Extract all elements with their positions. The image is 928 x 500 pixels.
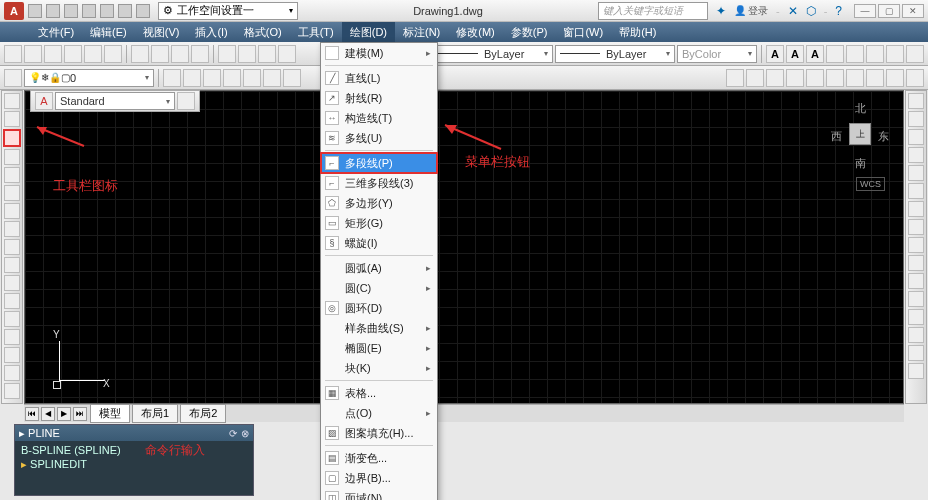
tb2-icon[interactable]: [746, 69, 764, 87]
exchange-icon[interactable]: ✕: [788, 4, 798, 18]
wcs-badge[interactable]: WCS: [856, 177, 885, 191]
line-icon[interactable]: [4, 93, 20, 109]
layer-combo[interactable]: 💡❄🔒▢ 0: [24, 69, 154, 87]
dropdown-item[interactable]: ▤渐变色...: [321, 448, 437, 468]
dropdown-item[interactable]: ◎圆环(D): [321, 298, 437, 318]
plotcolor-combo[interactable]: ByColor: [677, 45, 757, 63]
layer-props-icon[interactable]: [4, 69, 22, 87]
drawing-area[interactable]: 北 南 西 东 上 WCS Y X 工具栏图标 菜单栏按钮: [24, 90, 904, 404]
textstyle-icon[interactable]: A: [35, 92, 53, 110]
xline-icon[interactable]: [4, 111, 20, 127]
tb2-icon[interactable]: [263, 69, 281, 87]
dropdown-item[interactable]: ⌐多段线(P): [321, 153, 437, 173]
move-icon[interactable]: [908, 183, 924, 199]
extend-icon[interactable]: [908, 273, 924, 289]
menu-format[interactable]: 格式(O): [236, 22, 290, 42]
menu-parametric[interactable]: 参数(P): [503, 22, 556, 42]
qat-print-icon[interactable]: [100, 4, 114, 18]
workspace-combo[interactable]: ⚙工作空间设置一▾: [158, 2, 298, 20]
dropdown-item[interactable]: ▨图案填充(H)...: [321, 423, 437, 443]
tb1-icon[interactable]: [151, 45, 169, 63]
tb2-icon[interactable]: [243, 69, 261, 87]
offset-icon[interactable]: [908, 147, 924, 163]
tb2-icon[interactable]: [806, 69, 824, 87]
tb1-icon[interactable]: [218, 45, 236, 63]
gradient-icon[interactable]: [4, 365, 20, 381]
point-icon[interactable]: [4, 329, 20, 345]
menu-tools[interactable]: 工具(T): [290, 22, 342, 42]
menu-modify[interactable]: 修改(M): [448, 22, 503, 42]
menu-help[interactable]: 帮助(H): [611, 22, 664, 42]
tb1-icon[interactable]: [846, 45, 864, 63]
help-search-input[interactable]: 键入关键字或短语: [598, 2, 708, 20]
polyline-icon[interactable]: [3, 129, 21, 147]
dropdown-item[interactable]: ≋多线(U): [321, 128, 437, 148]
qat-undo-icon[interactable]: [118, 4, 132, 18]
tb2-icon[interactable]: [886, 69, 904, 87]
menu-file[interactable]: 文件(F): [30, 22, 82, 42]
ellipse-icon[interactable]: [4, 257, 20, 273]
minimize-button[interactable]: —: [854, 4, 876, 18]
tab-model[interactable]: 模型: [90, 404, 130, 423]
trim-icon[interactable]: [908, 255, 924, 271]
command-title-bar[interactable]: ▸ PLINE ⟳⊗: [15, 425, 253, 441]
viewcube-north[interactable]: 北: [831, 101, 889, 116]
chamfer-icon[interactable]: [908, 327, 924, 343]
dropdown-item[interactable]: ⬠多边形(Y): [321, 193, 437, 213]
lineweight-combo[interactable]: ByLayer: [555, 45, 675, 63]
tb2-icon[interactable]: [223, 69, 241, 87]
makeblock-icon[interactable]: [4, 311, 20, 327]
stretch-icon[interactable]: [908, 237, 924, 253]
fillet-icon[interactable]: [908, 345, 924, 361]
dropdown-item[interactable]: 点(O): [321, 403, 437, 423]
tb1-icon[interactable]: [104, 45, 122, 63]
dropdown-item[interactable]: ╱直线(L): [321, 68, 437, 88]
tb2-icon[interactable]: [203, 69, 221, 87]
region-icon[interactable]: [4, 383, 20, 399]
menu-draw[interactable]: 绘图(D): [342, 22, 395, 42]
dropdown-item[interactable]: ▦表格...: [321, 383, 437, 403]
mirror-icon[interactable]: [908, 129, 924, 145]
menu-dimension[interactable]: 标注(N): [395, 22, 448, 42]
revcloud-icon[interactable]: [4, 221, 20, 237]
dropdown-item[interactable]: ↗射线(R): [321, 88, 437, 108]
tb1-icon[interactable]: [278, 45, 296, 63]
tb1-icon[interactable]: [238, 45, 256, 63]
dropdown-item[interactable]: 块(K): [321, 358, 437, 378]
app-menu-button[interactable]: A: [4, 2, 24, 20]
tb1-icon[interactable]: [258, 45, 276, 63]
spline-icon[interactable]: [4, 239, 20, 255]
text-a-icon[interactable]: A: [786, 45, 804, 63]
tb2-icon[interactable]: [866, 69, 884, 87]
dropdown-item[interactable]: 建模(M): [321, 43, 437, 63]
qat-saveas-icon[interactable]: [82, 4, 96, 18]
menu-edit[interactable]: 编辑(E): [82, 22, 135, 42]
array-icon[interactable]: [908, 165, 924, 181]
tb2-icon[interactable]: [283, 69, 301, 87]
tb2-icon[interactable]: [183, 69, 201, 87]
dropdown-item[interactable]: §螺旋(I): [321, 233, 437, 253]
arc-icon[interactable]: [4, 185, 20, 201]
command-window[interactable]: ▸ PLINE ⟳⊗ B-SPLINE (SPLINE)命令行输入 ▸ SPLI…: [14, 424, 254, 496]
stay-connected-icon[interactable]: ⬡: [806, 4, 816, 18]
dropdown-item[interactable]: ⌐三维多段线(3): [321, 173, 437, 193]
tb1-icon[interactable]: [44, 45, 62, 63]
copy-icon[interactable]: [908, 111, 924, 127]
tb2-icon[interactable]: [163, 69, 181, 87]
hatch-icon[interactable]: [4, 347, 20, 363]
viewcube[interactable]: 北 南 西 东 上: [831, 101, 889, 171]
dropdown-item[interactable]: 椭圆(E): [321, 338, 437, 358]
ellipsearc-icon[interactable]: [4, 275, 20, 291]
insertblock-icon[interactable]: [4, 293, 20, 309]
tb2-icon[interactable]: [766, 69, 784, 87]
tb1-icon[interactable]: [131, 45, 149, 63]
tb2-icon[interactable]: [906, 69, 924, 87]
tab-next-button[interactable]: ▶: [57, 407, 71, 421]
tb1-icon[interactable]: [826, 45, 844, 63]
tb1-icon[interactable]: [191, 45, 209, 63]
scale-icon[interactable]: [908, 219, 924, 235]
viewcube-east[interactable]: 东: [878, 129, 889, 144]
tab-layout1[interactable]: 布局1: [132, 404, 178, 423]
tb2-icon[interactable]: [786, 69, 804, 87]
tb2-icon[interactable]: [846, 69, 864, 87]
